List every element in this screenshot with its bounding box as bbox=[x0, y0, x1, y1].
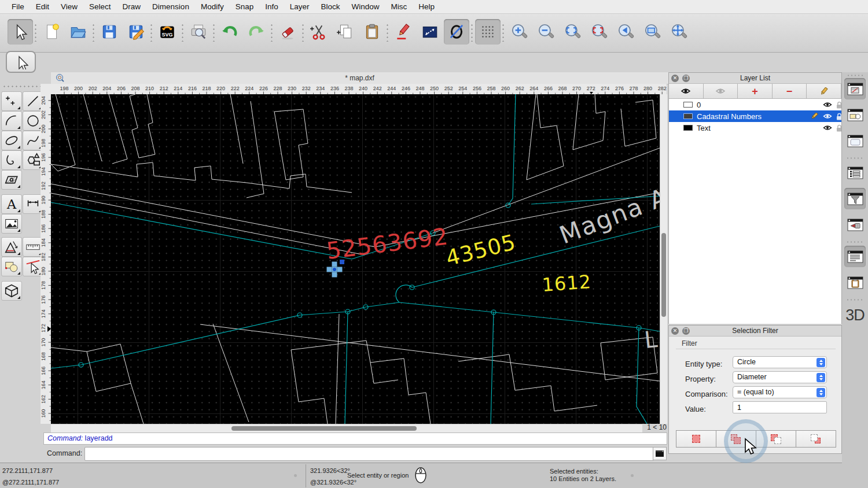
selection-tool-button[interactable] bbox=[6, 51, 36, 73]
map-drawing[interactable]: 52563692435051612Magna AL bbox=[51, 94, 660, 424]
text-tool-button[interactable]: A bbox=[1, 194, 22, 214]
previous-view-button[interactable] bbox=[613, 19, 638, 45]
undo-button[interactable] bbox=[217, 19, 242, 45]
close-panel-icon[interactable]: ✕ bbox=[671, 75, 679, 82]
layer-lock-icon[interactable] bbox=[836, 124, 841, 132]
save-file-button[interactable] bbox=[97, 19, 122, 45]
remove-layer-button[interactable]: − bbox=[773, 84, 807, 98]
menu-layer[interactable]: Layer bbox=[284, 2, 315, 11]
menu-info[interactable]: Info bbox=[259, 2, 284, 11]
grid-toggle-button[interactable] bbox=[475, 19, 501, 45]
command-input[interactable] bbox=[84, 447, 654, 461]
zoom-selection-button[interactable] bbox=[586, 19, 612, 45]
menu-window[interactable]: Window bbox=[346, 2, 385, 11]
save-as-button[interactable] bbox=[123, 19, 149, 45]
zoom-out-button[interactable] bbox=[533, 19, 558, 45]
menu-draw[interactable]: Draw bbox=[117, 2, 147, 11]
disable-snap-button[interactable] bbox=[444, 19, 469, 45]
menu-view[interactable]: View bbox=[55, 2, 83, 11]
block-tool-button[interactable] bbox=[1, 257, 22, 276]
vertical-scrollbar[interactable] bbox=[660, 94, 667, 424]
svg-text:200: 200 bbox=[74, 86, 83, 91]
float-panel-icon[interactable]: ❐ bbox=[682, 327, 690, 335]
dropdown-stepper-icon bbox=[816, 388, 825, 397]
cut-button[interactable] bbox=[306, 19, 332, 45]
new-file-button[interactable] bbox=[39, 19, 64, 45]
value-input[interactable] bbox=[733, 401, 827, 413]
clipboard-panel-toggle-button[interactable] bbox=[844, 272, 866, 293]
comparison-dropdown[interactable]: = (equal to) bbox=[733, 386, 827, 398]
polyline-tool-button[interactable] bbox=[1, 150, 22, 170]
horizontal-scrollbar[interactable] bbox=[51, 424, 642, 433]
drawing-canvas[interactable]: 52563692435051612Magna AL bbox=[51, 94, 660, 424]
layer-color-swatch[interactable] bbox=[683, 125, 693, 131]
layer-visibility-icon[interactable] bbox=[823, 113, 832, 120]
menu-select[interactable]: Select bbox=[83, 2, 117, 11]
export-svg-icon: SVG bbox=[158, 23, 176, 41]
menu-edit[interactable]: Edit bbox=[30, 2, 55, 11]
selection-tool-button[interactable] bbox=[8, 19, 33, 45]
layer-lock-icon[interactable] bbox=[836, 113, 841, 120]
layer-color-swatch[interactable] bbox=[683, 113, 693, 119]
selection-filter-panel-toggle-button[interactable] bbox=[844, 188, 866, 209]
paste-button[interactable] bbox=[359, 19, 385, 45]
hide-all-layers-button[interactable] bbox=[704, 84, 738, 98]
layer-row-0[interactable]: 0 bbox=[669, 99, 841, 110]
auto-zoom-button[interactable] bbox=[560, 19, 585, 45]
command-window-toggle-button[interactable] bbox=[653, 447, 667, 460]
view-list-panel-toggle-button[interactable] bbox=[844, 214, 866, 235]
menu-dimension[interactable]: Dimension bbox=[146, 2, 195, 11]
property-dropdown[interactable]: Diameter bbox=[733, 371, 827, 383]
float-panel-icon[interactable]: ❐ bbox=[682, 75, 690, 82]
redo-button[interactable] bbox=[244, 19, 269, 45]
replace-selection-button[interactable] bbox=[676, 431, 716, 447]
dimension-tool-button[interactable] bbox=[417, 19, 443, 45]
layer-visibility-icon[interactable] bbox=[823, 101, 832, 109]
entity-type-dropdown[interactable]: Circle bbox=[733, 356, 827, 368]
command-line-panel-toggle-button[interactable] bbox=[844, 246, 866, 267]
vertical-scrollbar-thumb[interactable] bbox=[661, 233, 666, 317]
menu-help[interactable]: Help bbox=[413, 2, 440, 11]
layer-row-cadastral-numbers[interactable]: Cadastral Numbers bbox=[669, 110, 841, 122]
copy-button[interactable] bbox=[333, 19, 358, 45]
zoom-window-button[interactable] bbox=[639, 19, 665, 45]
edit-layer-button[interactable] bbox=[807, 84, 841, 98]
add-to-selection-button[interactable] bbox=[716, 431, 756, 447]
layer-list-panel-toggle-button[interactable] bbox=[844, 78, 866, 99]
menu-file[interactable]: File bbox=[6, 2, 30, 11]
add-layer-button[interactable]: + bbox=[738, 84, 773, 98]
hatch-tool-button[interactable] bbox=[1, 170, 22, 190]
print-preview-button[interactable] bbox=[186, 19, 211, 45]
subtract-from-selection-button[interactable] bbox=[756, 431, 796, 447]
library-browser-panel-toggle-button[interactable] bbox=[844, 130, 866, 151]
menu-misc[interactable]: Misc bbox=[385, 2, 413, 11]
point-tool-button[interactable] bbox=[1, 91, 22, 111]
menu-block[interactable]: Block bbox=[315, 2, 346, 11]
show-all-layers-button[interactable] bbox=[669, 84, 704, 98]
draw-order-button[interactable] bbox=[391, 19, 416, 45]
export-svg-button[interactable]: SVG bbox=[155, 19, 180, 45]
open-file-button[interactable] bbox=[65, 19, 91, 45]
pan-button[interactable] bbox=[666, 19, 692, 45]
solid-3d-tool-button[interactable] bbox=[1, 281, 22, 301]
image-tool-button[interactable] bbox=[1, 214, 22, 234]
menu-modify[interactable]: Modify bbox=[195, 2, 230, 11]
horizontal-ruler: 1982002022042062082102122142162182202222… bbox=[51, 84, 667, 94]
arc-tool-button[interactable] bbox=[1, 111, 22, 131]
rail-handle[interactable] bbox=[847, 75, 864, 76]
delete-entities-button[interactable] bbox=[275, 19, 300, 45]
palette-handle[interactable] bbox=[2, 86, 41, 87]
layer-visibility-icon[interactable] bbox=[823, 124, 832, 132]
intersect-selection-button[interactable] bbox=[796, 431, 836, 447]
close-panel-icon[interactable]: ✕ bbox=[671, 327, 679, 335]
menu-snap[interactable]: Snap bbox=[230, 2, 260, 11]
block-list-panel-toggle-button[interactable] bbox=[844, 104, 866, 125]
horizontal-scrollbar-thumb[interactable] bbox=[231, 426, 417, 431]
layer-row-text[interactable]: Text bbox=[669, 122, 841, 134]
ellipse-tool-button[interactable] bbox=[1, 131, 22, 150]
layer-lock-icon[interactable] bbox=[836, 101, 841, 109]
property-editor-panel-toggle-button[interactable] bbox=[844, 162, 866, 183]
layer-color-swatch[interactable] bbox=[683, 102, 693, 108]
modify-tool-button[interactable] bbox=[1, 237, 22, 257]
zoom-in-button[interactable] bbox=[506, 19, 532, 45]
